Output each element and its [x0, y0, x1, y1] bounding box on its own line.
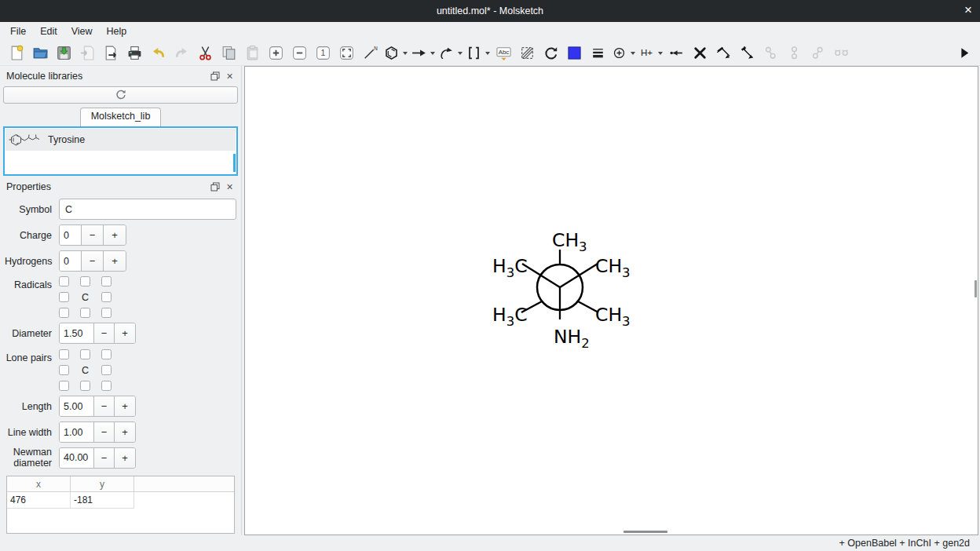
- charge-tool-button[interactable]: [611, 43, 635, 64]
- dropdown-arrow-icon[interactable]: [458, 52, 463, 55]
- menu-edit[interactable]: Edit: [33, 24, 64, 39]
- newman-diameter-increment-button[interactable]: +: [115, 448, 135, 468]
- diameter-decrement-button[interactable]: −: [94, 323, 115, 343]
- diameter-value[interactable]: 1.50: [60, 323, 94, 343]
- dropdown-arrow-icon[interactable]: [485, 52, 490, 55]
- close-dock-icon[interactable]: ×: [225, 71, 235, 82]
- line-width-increment-button[interactable]: +: [115, 422, 135, 442]
- charge-increment-button[interactable]: +: [104, 225, 126, 245]
- substituent-label-bottom[interactable]: NH2: [554, 326, 590, 351]
- symbol-input[interactable]: C: [59, 199, 236, 220]
- close-dock-icon[interactable]: ×: [225, 182, 235, 192]
- electron-flow-1-button[interactable]: [713, 43, 733, 64]
- radical-checkbox[interactable]: [59, 308, 69, 318]
- bracket-tool-button[interactable]: [466, 43, 490, 64]
- substituent-label-upper-left[interactable]: H3C: [492, 255, 528, 280]
- zoom-in-button[interactable]: [265, 43, 286, 64]
- text-tool-button[interactable]: Abc: [493, 43, 514, 64]
- zoom-fit-button[interactable]: [336, 43, 357, 64]
- radical-checkbox[interactable]: [80, 276, 90, 286]
- cell-y[interactable]: -181: [71, 492, 134, 509]
- export-file-button[interactable]: [101, 43, 121, 64]
- hydrogens-value[interactable]: 0: [60, 251, 82, 271]
- zoom-out-button[interactable]: [289, 43, 309, 64]
- print-button[interactable]: [124, 43, 144, 64]
- new-document-button[interactable]: [6, 43, 27, 64]
- reaction-arrow-button[interactable]: [411, 43, 435, 64]
- close-window-button[interactable]: ×: [964, 2, 972, 18]
- tab-molsketch-lib[interactable]: Molsketch_lib: [80, 108, 162, 126]
- dropdown-arrow-icon[interactable]: [403, 52, 408, 55]
- electron-flow-2-button[interactable]: [737, 43, 757, 64]
- radical-checkbox[interactable]: [59, 276, 69, 286]
- lone-pair-checkbox[interactable]: [80, 349, 90, 359]
- radical-checkbox[interactable]: [101, 292, 112, 302]
- lone-pair-checkbox[interactable]: [59, 365, 69, 375]
- draw-bond-button[interactable]: N: [360, 43, 380, 64]
- lone-pair-checkbox[interactable]: [101, 365, 112, 375]
- column-header-y[interactable]: y: [71, 476, 134, 491]
- float-dock-icon[interactable]: [210, 182, 220, 192]
- copy-icon: [221, 45, 237, 61]
- dropdown-arrow-icon[interactable]: [631, 52, 635, 55]
- color-picker-button[interactable]: [564, 43, 584, 64]
- lone-pair-checkbox[interactable]: [80, 381, 90, 391]
- radical-checkbox[interactable]: [80, 308, 90, 318]
- ring-tool-button[interactable]: [383, 43, 408, 64]
- length-decrement-button[interactable]: −: [94, 396, 115, 416]
- lone-pair-checkbox[interactable]: [59, 381, 69, 391]
- zoom-original-button[interactable]: 1: [313, 43, 333, 64]
- charge-decrement-button[interactable]: −: [82, 225, 104, 245]
- dropdown-arrow-icon[interactable]: [658, 52, 663, 55]
- hydrogens-decrement-button[interactable]: −: [82, 251, 104, 271]
- charge-value[interactable]: 0: [60, 225, 82, 245]
- library-scrollbar-thumb[interactable]: [233, 154, 236, 172]
- lone-pair-checkbox[interactable]: [59, 349, 69, 359]
- tyrosine-structure-icon: [8, 130, 42, 150]
- line-width-value[interactable]: 1.00: [60, 422, 94, 442]
- newman-diameter-decrement-button[interactable]: −: [94, 448, 115, 468]
- save-file-button[interactable]: [53, 43, 74, 64]
- length-increment-button[interactable]: +: [115, 396, 135, 416]
- canvas-vertical-scrollbar-thumb[interactable]: [975, 280, 977, 297]
- substituent-label-lower-right[interactable]: CH3: [595, 304, 631, 329]
- library-item[interactable]: Tyrosine: [5, 129, 236, 151]
- hydrogens-increment-button[interactable]: +: [104, 251, 126, 271]
- menu-view[interactable]: View: [64, 24, 100, 39]
- column-header-x[interactable]: x: [7, 476, 71, 491]
- cut-button[interactable]: [195, 43, 215, 64]
- refresh-library-button[interactable]: [3, 86, 238, 104]
- lone-pair-checkbox[interactable]: [101, 381, 112, 391]
- length-value[interactable]: 5.00: [60, 396, 94, 416]
- float-dock-icon[interactable]: [210, 71, 220, 82]
- radical-checkbox[interactable]: [101, 276, 112, 286]
- newman-projection-molecule[interactable]: CH3 H3C CH3 H3C CH3 NH2: [245, 67, 978, 535]
- selection-tool-button[interactable]: [517, 43, 537, 64]
- charge-plus-icon: [611, 45, 627, 61]
- diameter-increment-button[interactable]: +: [115, 323, 135, 343]
- menu-help[interactable]: Help: [100, 24, 134, 39]
- lone-pair-checkbox[interactable]: [101, 349, 112, 359]
- dropdown-arrow-icon[interactable]: [430, 52, 435, 55]
- delete-tool-button[interactable]: [689, 43, 710, 64]
- copy-button[interactable]: [218, 43, 239, 64]
- canvas-horizontal-scrollbar-thumb[interactable]: [623, 531, 667, 533]
- substituent-label-lower-left[interactable]: H3C: [492, 304, 528, 329]
- rotate-tool-button[interactable]: [540, 43, 561, 64]
- menu-file[interactable]: File: [3, 24, 33, 39]
- mechanism-arrow-button[interactable]: [438, 43, 463, 64]
- line-width-button[interactable]: [587, 43, 608, 64]
- hydrogen-tool-button[interactable]: H+: [638, 43, 663, 64]
- line-width-decrement-button[interactable]: −: [94, 422, 115, 442]
- substituent-label-top[interactable]: CH3: [552, 229, 587, 254]
- radical-checkbox[interactable]: [101, 308, 112, 318]
- toolbar-extension-button[interactable]: [953, 43, 974, 64]
- radical-checkbox[interactable]: [59, 292, 69, 302]
- cell-x[interactable]: 476: [7, 492, 71, 509]
- open-file-button[interactable]: [30, 43, 50, 64]
- drawing-canvas[interactable]: CH3 H3C CH3 H3C CH3 NH2: [244, 66, 978, 535]
- undo-button[interactable]: [148, 43, 168, 64]
- newman-diameter-value[interactable]: 40.00: [60, 448, 94, 468]
- substituent-label-upper-right[interactable]: CH3: [595, 255, 631, 280]
- connect-tool-button[interactable]: [666, 43, 686, 64]
